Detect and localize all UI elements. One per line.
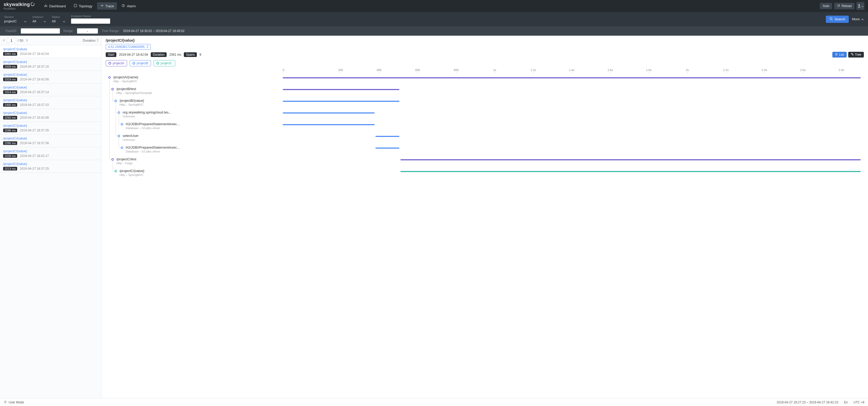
search-icon [830, 17, 833, 21]
span-row[interactable]: /projectB/{value} Http – SpringMVC [106, 99, 861, 111]
trace-item[interactable]: /projectC/{value} 2305 ms 2019-04-27 18:… [0, 96, 101, 109]
span-dot-icon [121, 147, 123, 149]
span-row[interactable]: selectUser Unknown [106, 134, 861, 146]
trace-id-select[interactable]: 4.52.15563617236800095 [106, 44, 151, 50]
span-meta: Http – SpringMVC [120, 173, 144, 177]
search-button[interactable]: Search [826, 15, 849, 23]
span-bar [375, 148, 399, 149]
span-name: H2/JDBI/PreparedStatement/exec... [126, 146, 180, 149]
span-name: selectUser [123, 134, 138, 138]
svg-point-2 [858, 4, 860, 5]
duration-badge: 2213 ms [3, 167, 17, 170]
endpoint-input[interactable] [71, 19, 110, 24]
sort-selector[interactable]: Duration [83, 38, 99, 42]
span-meta: Http – Feign [116, 162, 136, 165]
span-rows: /projectA/{name} Http – SpringMVC /proje… [106, 75, 861, 181]
legend-projectc[interactable]: projectC [154, 60, 175, 66]
span-row[interactable]: /projectB/test Http – SpringRestTemplate [106, 87, 861, 99]
span-row[interactable]: H2/JDBI/PreparedStatement/exec... Databa… [106, 146, 861, 157]
span-dot-icon [118, 135, 120, 137]
start-label: Start [106, 52, 116, 57]
trace-item[interactable]: /projectC/{value} 2391 ms 2019-04-27 18:… [0, 45, 101, 58]
span-dot-icon [112, 158, 114, 161]
nav-alarm[interactable]: Alarm [119, 2, 139, 10]
axis-tick: 2.2s [707, 68, 745, 71]
trace-title: /projectC/{value} [3, 60, 98, 64]
trace-item[interactable]: /projectC/{value} 2292 ms 2019-04-27 18:… [0, 109, 101, 122]
span-meta: Unknown [123, 115, 171, 118]
chevron-down-icon [24, 19, 27, 23]
trace-time: 2019-04-27 18:37:33 [20, 103, 49, 107]
page-input[interactable] [7, 38, 16, 43]
footer: User Mode 2019-04-27 18:27:23 ~ 2019-04-… [0, 398, 868, 399]
trace-time: 2019-04-27 18:37:14 [20, 90, 49, 94]
span-row[interactable]: /projectC/test Http – Feign [106, 157, 861, 169]
span-dot-icon [108, 76, 111, 79]
axis-tick: 1s [475, 68, 514, 71]
span-dot-icon [115, 170, 117, 172]
trace-title: /projectC/{value} [3, 86, 98, 89]
nav-dashboard[interactable]: Dashboard [41, 2, 69, 10]
traceid-label: TraceID: [5, 29, 17, 33]
span-bar [283, 124, 375, 125]
service-filter[interactable]: Service projectC [4, 15, 27, 23]
sub-filter-bar: TraceID: Range: Time Range: 2019-04-27 1… [0, 26, 868, 36]
reload-button[interactable]: Reload [834, 3, 855, 9]
status-filter[interactable]: Status All [52, 15, 65, 23]
legend-projecta[interactable]: projectA [106, 60, 127, 66]
trace-item[interactable]: /projectC/{value} 2318 ms 2019-04-27 18:… [0, 71, 101, 84]
user-menu[interactable] [857, 2, 864, 10]
endpoint-filter: Endpoint Name [71, 14, 110, 24]
auto-button[interactable]: Auto [820, 3, 832, 9]
view-list-button[interactable]: List [832, 52, 847, 58]
chevron-down-icon [63, 19, 65, 23]
legend: projectA projectB projectC [101, 59, 868, 68]
brand-name: skywalking [4, 2, 30, 7]
spans-label: Spans [184, 52, 197, 57]
list-icon [835, 53, 838, 57]
span-bar [375, 136, 399, 137]
span-meta: Http – SpringRestTemplate [116, 91, 152, 94]
span-dot-icon [112, 88, 114, 90]
spans-value: 9 [199, 53, 201, 57]
trace-item[interactable]: /projectC/{value} 2314 ms 2019-04-27 18:… [0, 84, 101, 96]
axis-tick: 1.8s [629, 68, 668, 71]
chevron-down-icon [862, 4, 864, 8]
axis-tick: 800 [437, 68, 475, 71]
trace-item[interactable]: /projectC/{value} 2328 ms 2019-04-27 18:… [0, 58, 101, 71]
top-nav: skywalking Rocketbot Dashboard Topology … [0, 0, 868, 12]
trace-title: /projectC/{value} [3, 162, 98, 166]
trace-detail-panel: /projectC/{value} 4.52.15563617236800095… [101, 36, 868, 399]
instance-filter[interactable]: Instance All [32, 15, 46, 23]
span-row[interactable]: H2/JDBI/PreparedStatement/exec... Databa… [106, 122, 861, 134]
span-row[interactable]: /projectC/{value} Http – SpringMVC [106, 169, 861, 181]
trace-item[interactable]: /projectC/{value} 2213 ms 2019-04-27 18:… [0, 160, 101, 173]
next-page-icon[interactable] [26, 38, 28, 42]
span-row[interactable]: /projectA/{name} Http – SpringMVC [106, 75, 861, 87]
trace-time: 2019-04-27 18:42:04 [20, 52, 49, 56]
circle-icon [132, 62, 135, 65]
span-bar [283, 101, 399, 102]
traceid-input[interactable] [21, 28, 60, 34]
axis-tick: 2.4s [745, 68, 784, 71]
more-button[interactable]: More [852, 17, 864, 21]
duration-badge: 2314 ms [3, 90, 17, 94]
trace-item[interactable]: /projectC/{value} 2285 ms 2019-04-27 18:… [0, 134, 101, 147]
timerange-value: 2019-04-27 18:30:02 ~ 2019-04-27 18:45:0… [123, 29, 185, 33]
reload-icon [837, 4, 840, 8]
trace-item[interactable]: /projectC/{value} 2228 ms 2019-04-27 18:… [0, 147, 101, 160]
span-meta: Http – SpringMVC [113, 80, 138, 83]
duration-badge: 2292 ms [3, 116, 17, 120]
duration-badge: 2391 ms [3, 52, 17, 56]
range-input[interactable] [77, 28, 98, 34]
legend-projectb[interactable]: projectB [130, 60, 151, 66]
duration-badge: 2318 ms [3, 77, 17, 81]
nav-trace[interactable]: Trace [97, 2, 117, 10]
prev-page-icon[interactable] [3, 38, 5, 42]
trace-title: /projectC/{value} [3, 124, 98, 127]
view-tree-button[interactable]: Tree [848, 52, 864, 58]
trace-item[interactable]: /projectC/{value} 2286 ms 2019-04-27 18:… [0, 122, 101, 134]
trace-list[interactable]: /projectC/{value} 2391 ms 2019-04-27 18:… [0, 45, 101, 399]
nav-topology[interactable]: Topology [70, 2, 96, 10]
span-row[interactable]: org.skywalking.springcloud.tes... Unknow… [106, 111, 861, 122]
